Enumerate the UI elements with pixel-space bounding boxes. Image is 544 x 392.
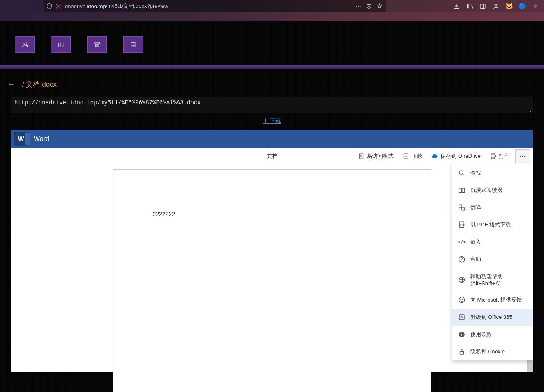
- translate-icon: [458, 204, 466, 211]
- word-app-name: Word: [34, 135, 49, 143]
- url-actions: [355, 3, 383, 9]
- menu-immersive-label: 沉浸式阅读器: [470, 187, 503, 194]
- word-logo-icon: W: [14, 132, 28, 146]
- account-icon[interactable]: [492, 2, 500, 10]
- globe-icon: [458, 276, 466, 284]
- bookmark-btn-3[interactable]: 雷: [87, 36, 107, 53]
- accessibility-icon: [358, 153, 364, 159]
- accessibility-mode-button[interactable]: 易访问模式: [355, 150, 397, 162]
- menu-embed[interactable]: </> 嵌入: [452, 233, 533, 251]
- menu-terms[interactable]: 使用条款: [452, 326, 533, 343]
- page-actions-icon[interactable]: [355, 3, 362, 9]
- sidebar-icon[interactable]: [479, 2, 486, 10]
- svg-text:PDF: PDF: [460, 224, 465, 226]
- svg-point-12: [522, 155, 523, 157]
- svg-point-2: [360, 6, 361, 7]
- download-button[interactable]: 下载: [399, 150, 426, 162]
- menu-help-label: 帮助: [470, 256, 481, 263]
- svg-point-11: [520, 155, 521, 157]
- word-toolbar: 文档 易访问模式 下载 保存到 OneDrive 打印: [11, 148, 533, 164]
- help-icon: [458, 256, 466, 263]
- word-viewer: W Word 文档 易访问模式 下载 保存到 OneDrive 打印: [11, 130, 533, 372]
- window-gradient-strip: [0, 12, 544, 21]
- svg-rect-28: [460, 351, 464, 354]
- svg-rect-16: [462, 208, 465, 210]
- svg-rect-3: [480, 4, 485, 9]
- svg-point-6: [361, 155, 362, 156]
- menu-find[interactable]: 查找: [452, 164, 533, 182]
- menu-terms-label: 使用条款: [470, 331, 492, 338]
- download-link-row: 下载: [0, 115, 544, 130]
- print-button[interactable]: 打印: [486, 150, 513, 162]
- menu-upgrade-office365[interactable]: 升级到 Office 365: [452, 309, 533, 326]
- download-link[interactable]: 下载: [263, 118, 281, 124]
- svg-rect-15: [459, 205, 462, 208]
- svg-rect-27: [461, 333, 462, 334]
- document-title: 文档: [267, 152, 277, 160]
- svg-point-1: [358, 6, 359, 7]
- menu-accessibility-help[interactable]: 辅助功能帮助(Alt+Shift+A): [452, 268, 533, 291]
- menu-download-pdf[interactable]: PDF 以 PDF 格式下载: [452, 216, 533, 233]
- menu-immersive-reader[interactable]: 沉浸式阅读器: [452, 182, 533, 199]
- menu-upgrade-label: 升级到 Office 365: [470, 314, 512, 321]
- bookmark-btn-4[interactable]: 电: [123, 36, 143, 53]
- section-divider: [0, 65, 544, 69]
- bookmark-btn-1[interactable]: 风: [15, 36, 35, 53]
- bookmark-btn-2[interactable]: 雨: [51, 36, 71, 53]
- svg-rect-10: [492, 157, 495, 159]
- url-prefix: onedrive.: [65, 3, 87, 9]
- extension-icon-1[interactable]: 😺: [505, 2, 513, 10]
- downloads-icon[interactable]: [453, 2, 460, 10]
- menu-privacy[interactable]: 隐私和 Cookie: [452, 343, 533, 360]
- site-identity-icon: [55, 3, 62, 9]
- menu-help[interactable]: 帮助: [452, 251, 533, 268]
- download-icon: [403, 153, 409, 159]
- breadcrumb: ← / 文档.docx: [0, 69, 544, 97]
- menu-feedback[interactable]: 向 Microsoft 提供反馈: [452, 291, 533, 309]
- address-bar[interactable]: onedrive.idoo.top/my5t1/文档.docx?preview: [44, 0, 386, 12]
- menu-translate[interactable]: 翻译: [452, 199, 533, 216]
- save-onedrive-button[interactable]: 保存到 OneDrive: [428, 150, 484, 162]
- menu-privacy-label: 隐私和 Cookie: [470, 348, 505, 355]
- bookmark-star-icon[interactable]: [376, 3, 383, 9]
- pdf-icon: PDF: [458, 221, 466, 228]
- ellipsis-icon: [519, 152, 526, 160]
- document-body-text: 2222222: [153, 211, 175, 217]
- lock-icon: [458, 348, 466, 355]
- print-icon: [490, 153, 496, 159]
- svg-rect-26: [461, 334, 462, 336]
- menu-a11y-label: 辅助功能帮助(Alt+Shift+A): [470, 273, 528, 286]
- onedrive-cloud-icon: [431, 153, 438, 159]
- svg-point-4: [495, 4, 497, 6]
- accessibility-label: 易访问模式: [367, 152, 394, 160]
- more-menu-button[interactable]: [515, 149, 530, 163]
- browser-right-icons: 😺 🔵 ✻: [453, 0, 541, 12]
- share-url-textarea[interactable]: [11, 97, 533, 113]
- svg-point-23: [463, 299, 463, 300]
- svg-point-21: [459, 297, 465, 303]
- document-page: 2222222: [113, 169, 431, 392]
- back-arrow-icon[interactable]: ←: [7, 80, 15, 89]
- upgrade-icon: [458, 314, 466, 321]
- pocket-icon[interactable]: [366, 3, 372, 9]
- url-path: /my5t1/文档.docx?preview: [106, 2, 168, 10]
- share-url-wrap: [0, 97, 544, 115]
- embed-icon: </>: [458, 238, 466, 246]
- menu-find-label: 查找: [470, 169, 481, 177]
- menu-translate-label: 翻译: [470, 204, 481, 211]
- svg-point-14: [459, 171, 463, 174]
- download-label: 下载: [412, 152, 422, 160]
- smiley-icon: [458, 296, 466, 304]
- word-title-bar: W Word: [11, 130, 533, 148]
- svg-point-22: [461, 299, 461, 300]
- extension-icon-3[interactable]: ✻: [532, 2, 539, 10]
- menu-feedback-label: 向 Microsoft 提供反馈: [470, 296, 522, 304]
- svg-rect-24: [459, 315, 464, 320]
- extension-icon-2[interactable]: 🔵: [519, 2, 526, 10]
- more-menu-dropdown: 查找 沉浸式阅读器 翻译 PDF 以 PDF 格式下载 </> 嵌入 帮助 辅助…: [452, 164, 533, 360]
- url-host: idoo.top: [87, 3, 106, 9]
- breadcrumb-filename: 文档.docx: [26, 81, 57, 88]
- library-icon[interactable]: [466, 2, 473, 10]
- breadcrumb-sep: /: [22, 81, 24, 88]
- browser-toolbar: onedrive.idoo.top/my5t1/文档.docx?preview …: [0, 0, 544, 12]
